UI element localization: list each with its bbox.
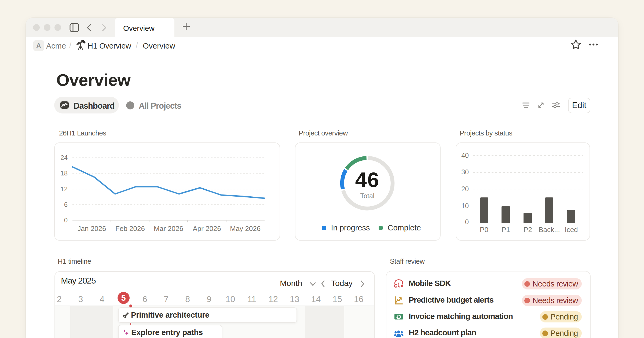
svg-text:10: 10 xyxy=(461,202,469,210)
svg-text:Apr 2026: Apr 2026 xyxy=(193,225,221,233)
svg-text:P1: P1 xyxy=(502,226,510,234)
svg-text:30: 30 xyxy=(461,168,469,176)
svg-text:May 2026: May 2026 xyxy=(230,225,261,233)
svg-text:12: 12 xyxy=(60,185,68,193)
svg-text:Total: Total xyxy=(360,192,375,200)
svg-text:40: 40 xyxy=(461,152,469,159)
svg-text:Back...: Back... xyxy=(539,226,560,234)
svg-text:24: 24 xyxy=(60,154,68,161)
svg-text:18: 18 xyxy=(60,170,68,177)
svg-text:Feb 2026: Feb 2026 xyxy=(115,225,145,233)
svg-text:20: 20 xyxy=(461,185,469,193)
svg-text:P0: P0 xyxy=(480,226,488,234)
svg-text:0: 0 xyxy=(64,216,68,224)
svg-text:0: 0 xyxy=(465,218,469,226)
svg-text:46: 46 xyxy=(355,168,380,192)
svg-text:Jan 2026: Jan 2026 xyxy=(78,225,106,233)
svg-text:Mar 2026: Mar 2026 xyxy=(154,225,183,233)
svg-text:P2: P2 xyxy=(524,226,532,234)
svg-text:Iced: Iced xyxy=(565,226,578,234)
svg-text:6: 6 xyxy=(64,201,68,208)
